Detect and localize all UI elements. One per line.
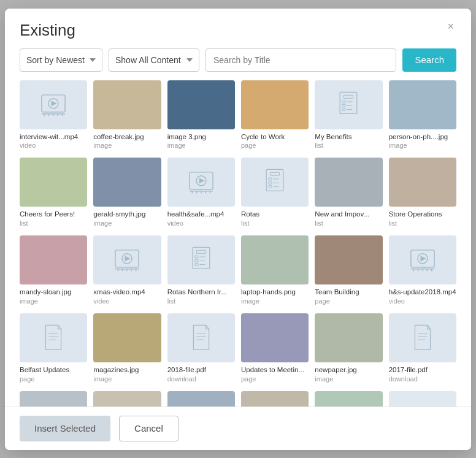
item-name: My Benefits: [315, 132, 382, 142]
grid-item[interactable]: laptop-hands.png image: [241, 235, 309, 305]
item-name: Store Operations: [389, 210, 456, 219]
content-grid-wrapper: interview-wit...mp4 video coffee-break.j…: [5, 80, 471, 406]
item-name: Updates to Meetin...: [241, 365, 309, 375]
item-name: image 3.png: [167, 132, 235, 142]
grid-item[interactable]: My Benefits list: [315, 80, 382, 150]
item-type: list: [241, 219, 309, 227]
grid-item[interactable]: Rotas Northern Ir... list: [167, 235, 235, 305]
item-name: laptop-hands.png: [241, 288, 309, 297]
grid-item[interactable]: newpaper.jpg image: [315, 313, 382, 383]
close-button[interactable]: ×: [445, 21, 456, 32]
svg-rect-30: [269, 182, 272, 185]
item-name: person-on-ph....jpg: [389, 132, 456, 142]
item-name: Belfast Updates: [20, 365, 87, 375]
item-type: page: [20, 375, 87, 383]
item-type: image: [93, 375, 161, 383]
item-name: newpaper.jpg: [315, 365, 382, 375]
grid-item[interactable]: h&s-update2018.mp4 video: [389, 235, 456, 305]
grid-item[interactable]: xmas-video.mp4 video: [93, 235, 161, 305]
item-type: image: [241, 297, 309, 305]
grid-item[interactable]: New and Impov... list: [315, 158, 382, 227]
grid-item[interactable]: Team Building page: [315, 235, 382, 305]
item-name: Team Building: [315, 288, 382, 297]
item-type: list: [20, 219, 87, 227]
item-type: download: [389, 375, 456, 383]
grid-item[interactable]: magazines.jpg image: [93, 313, 161, 383]
item-name: interview-wit...mp4: [20, 132, 87, 142]
svg-rect-28: [269, 178, 272, 181]
svg-rect-45: [195, 256, 198, 258]
item-type: page: [241, 375, 309, 383]
item-type: download: [167, 375, 235, 383]
item-name: 2017-file.pdf: [389, 365, 456, 375]
grid-item[interactable]: [241, 391, 309, 406]
item-type: list: [315, 219, 382, 227]
item-name: coffee-break.jpg: [93, 132, 161, 142]
item-type: list: [315, 142, 382, 149]
svg-rect-49: [195, 264, 198, 266]
grid-item[interactable]: gerald-smyth.jpg image: [93, 158, 161, 227]
item-name: Rotas: [241, 210, 309, 219]
item-name: New and Impov...: [315, 210, 382, 219]
toolbar: Sort by Newest Sort by Oldest Sort by Ti…: [5, 40, 471, 80]
grid-item[interactable]: interview-wit...mp4 video: [20, 80, 87, 150]
svg-rect-32: [269, 186, 272, 188]
item-type: image: [167, 142, 235, 149]
grid-item[interactable]: 2017-file.pdf download: [389, 313, 456, 383]
grid-item[interactable]: person-on-ph....jpg image: [389, 80, 456, 150]
svg-rect-10: [344, 95, 353, 98]
item-name: health&safe...mp4: [167, 210, 235, 219]
item-type: image: [93, 142, 161, 149]
cancel-button[interactable]: Cancel: [119, 416, 178, 441]
grid-item[interactable]: coffee-break.jpg image: [93, 80, 161, 150]
grid-item[interactable]: [167, 391, 235, 406]
item-type: video: [167, 219, 235, 227]
item-name: xmas-video.mp4: [93, 288, 161, 297]
item-name: gerald-smyth.jpg: [93, 210, 161, 219]
grid-item[interactable]: [389, 391, 456, 406]
item-type: page: [241, 142, 309, 149]
item-name: mandy-sloan.jpg: [20, 288, 87, 297]
item-type: image: [93, 219, 161, 227]
svg-marker-2: [52, 101, 56, 105]
filter-select[interactable]: Show All Content Images Videos Pages Lis…: [109, 48, 199, 72]
item-type: video: [20, 142, 87, 149]
svg-rect-11: [342, 101, 345, 103]
item-type: video: [389, 297, 456, 305]
svg-rect-15: [342, 108, 345, 110]
item-name: magazines.jpg: [93, 365, 161, 375]
grid-item[interactable]: Cheers for Peers! list: [20, 158, 87, 227]
item-type: image: [389, 142, 456, 149]
search-input[interactable]: [205, 48, 396, 72]
modal-footer: Insert Selected Cancel: [5, 406, 471, 450]
content-grid: interview-wit...mp4 video coffee-break.j…: [20, 80, 456, 406]
item-type: page: [315, 297, 382, 305]
grid-item[interactable]: 2018-file.pdf download: [167, 313, 235, 383]
item-type: image: [20, 297, 87, 305]
grid-item[interactable]: image 3.png image: [167, 80, 235, 150]
search-button[interactable]: Search: [402, 48, 456, 72]
item-name: h&s-update2018.mp4: [389, 288, 456, 297]
item-type: list: [167, 297, 235, 305]
grid-item[interactable]: mandy-sloan.jpg image: [20, 235, 87, 305]
grid-item[interactable]: Store Operations list: [389, 158, 456, 227]
grid-item[interactable]: Belfast Updates page: [20, 313, 87, 383]
grid-item[interactable]: health&safe...mp4 video: [167, 158, 235, 227]
item-name: Cheers for Peers!: [20, 210, 87, 219]
sort-select[interactable]: Sort by Newest Sort by Oldest Sort by Ti…: [20, 48, 102, 72]
grid-item[interactable]: [315, 391, 382, 406]
item-name: Cycle to Work: [241, 132, 309, 142]
svg-rect-13: [342, 104, 345, 107]
item-name: 2018-file.pdf: [167, 365, 235, 375]
svg-rect-47: [195, 260, 198, 262]
grid-item[interactable]: Cycle to Work page: [241, 80, 309, 150]
svg-rect-27: [271, 173, 280, 176]
modal-title: Existing: [20, 21, 75, 40]
svg-marker-36: [126, 257, 130, 261]
grid-item[interactable]: [93, 391, 161, 406]
grid-item[interactable]: Updates to Meetin... page: [241, 313, 309, 383]
grid-item[interactable]: Rotas list: [241, 158, 309, 227]
grid-item[interactable]: [20, 391, 87, 406]
item-type: list: [389, 219, 456, 227]
insert-selected-button[interactable]: Insert Selected: [20, 416, 110, 441]
